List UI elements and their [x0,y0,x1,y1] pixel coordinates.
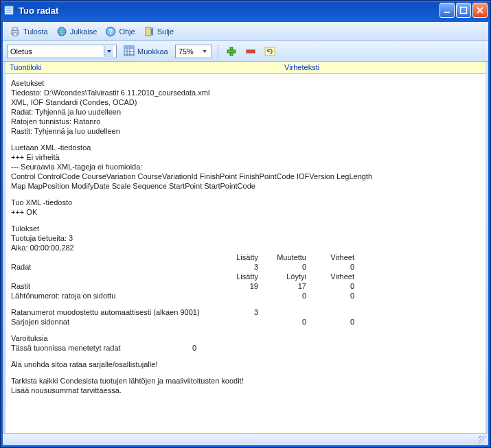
cell: 3 [217,262,265,272]
print-button[interactable]: Tulosta [7,25,51,38]
col-added: Lisätty [217,252,265,262]
col-errors: Virheet [313,272,361,281]
document-page: Tuontiloki Virheteksti Asetukset Tiedost… [5,62,486,433]
svg-rect-2 [6,10,12,11]
help-button[interactable]: ? Ohje [102,25,137,38]
table-row: Radat 3 0 0 [11,262,480,272]
tab-log[interactable]: Tuontiloki [5,62,280,73]
remove-button[interactable] [243,44,258,59]
col-errors: Virheet [313,252,361,262]
svg-rect-4 [444,12,450,13]
table-row: Sarjojen sidonnat 0 0 [11,317,480,327]
toolbar-main: Tulosta Julkaise ? Ohje Sulje [3,22,488,41]
maximize-button[interactable] [456,3,471,18]
svg-rect-1 [6,8,12,9]
chevron-down-icon [201,46,209,57]
cell: 3 [217,307,265,317]
cell: 0 [265,291,313,300]
refresh-button[interactable] [262,44,277,59]
app-icon [3,5,14,16]
publish-label: Julkaise [70,27,98,36]
log-line: XML, IOF Standardi (Condes, OCAD) [11,97,480,107]
tab-header-row: Tuontiloki Virheteksti [5,62,486,74]
svg-text:?: ? [109,28,113,36]
svg-rect-16 [227,50,236,53]
cell: 0 [265,262,313,272]
heading-import: Tuo XML -tiedosto [11,198,480,207]
separator [218,45,218,58]
minimize-button[interactable] [439,3,455,18]
log-line: Radat: Tyhjennä ja luo uudelleen [11,107,480,117]
col-changed: Muutettu [265,252,313,262]
help-icon: ? [105,26,116,37]
add-button[interactable] [224,44,239,59]
table-header: Lisätty Löytyi Virheet [11,272,480,281]
log-line: +++ Ei virheitä [11,152,480,162]
tab-errors[interactable]: Virheteksti [280,62,323,73]
svg-rect-14 [124,46,134,49]
row-label: Tässä tuonnissa menetetyt radat [11,343,169,353]
close-button[interactable] [472,3,488,18]
cell: 0 [169,343,203,353]
window-body: Tulosta Julkaise ? Ohje Sulje [1,20,490,447]
window-buttons [439,3,488,18]
window: Tuo radat Tulosta [0,0,491,448]
log-line: --- Seuraavia XML-tageja ei huomioida: [11,162,480,172]
col-found: Löytyi [265,272,313,281]
table-row: Ratanumerot muodostettu automaattisesti … [11,307,480,317]
grid-icon [124,45,135,58]
style-combo-value: Oletus [10,47,32,56]
heading-results: Tulokset [11,224,480,233]
col-added: Lisätty [217,272,265,281]
cell: 0 [313,317,361,327]
heading-settings: Asetukset [11,78,480,88]
log-line: Ratojen tunnistus: Ratanro [11,117,480,126]
cell: 0 [313,291,361,300]
log-line: Lisää noususummat tarvittaessa. [11,386,480,395]
row-label: Ratanumerot muodostettu automaattisesti … [11,307,217,317]
cell: 19 [217,281,265,291]
log-line: Aika: 00:00:00,282 [11,243,480,252]
table-header: Lisätty Muutettu Virheet [11,252,480,262]
style-combo[interactable]: Oletus [7,45,117,58]
log-line: Tarkista kaikki Condesista tuotujen läht… [11,376,480,386]
row-label: Rastit [11,281,217,291]
svg-rect-7 [13,27,17,30]
statusbar [3,433,488,445]
plus-icon [226,46,237,57]
row-label: Sarjojen sidonnat [11,317,217,327]
log-line: Rastit: Tyhjennä ja luo uudelleen [11,126,480,136]
log-line: +++ OK [11,207,480,217]
publish-button[interactable]: Julkaise [54,25,100,38]
edit-button[interactable]: Muokkaa [121,44,171,59]
zoom-combo[interactable]: 75% [175,45,212,58]
table-row: Tässä tuonnissa menetetyt radat 0 [11,343,480,353]
edit-label: Muokkaa [137,47,168,56]
window-title: Tuo radat [19,5,439,16]
svg-rect-17 [247,50,255,53]
svg-rect-3 [6,12,12,13]
titlebar[interactable]: Tuo radat [1,1,490,20]
right-gutter [486,62,488,433]
table-row: Rastit 19 17 0 [11,281,480,291]
log-line: Tiedosto: D:\Wcondes\Talvirastit 6.11.20… [11,88,480,97]
zoom-value: 75% [179,47,194,56]
close-file-button[interactable]: Sulje [141,25,176,38]
svg-rect-12 [146,27,151,36]
table-row: Lähtönumerot: ratoja on sidottu 0 0 [11,291,480,300]
cell: 0 [265,317,313,327]
cell: 17 [265,281,313,291]
refresh-icon [264,46,275,57]
toolbar-format: Oletus Muokkaa 75% [3,41,488,62]
svg-rect-5 [461,8,467,14]
log-line: Control ControlCode CourseVariation Cour… [11,172,480,181]
help-label: Ohje [119,27,135,36]
content-area: Tuontiloki Virheteksti Asetukset Tiedost… [3,62,488,433]
row-label: Lähtönumerot: ratoja on sidottu [11,291,217,300]
row-label: Radat [11,262,217,272]
resize-grip[interactable] [479,436,487,444]
log-line: Map MapPosition ModifyDate Scale Sequenc… [11,181,480,191]
log-body: Asetukset Tiedosto: D:\Wcondes\Talvirast… [5,74,486,399]
close-file-label: Sulje [157,27,174,36]
log-line: Tuotuja tietueita: 3 [11,233,480,243]
